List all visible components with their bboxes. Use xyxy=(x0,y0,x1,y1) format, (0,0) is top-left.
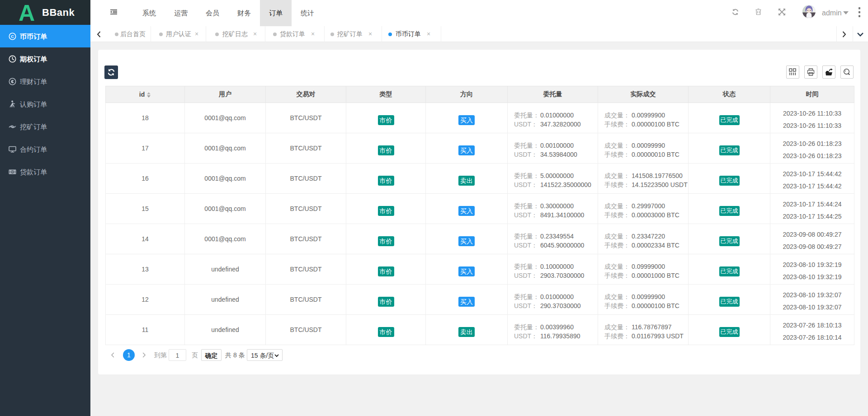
svg-text:C: C xyxy=(11,34,14,39)
